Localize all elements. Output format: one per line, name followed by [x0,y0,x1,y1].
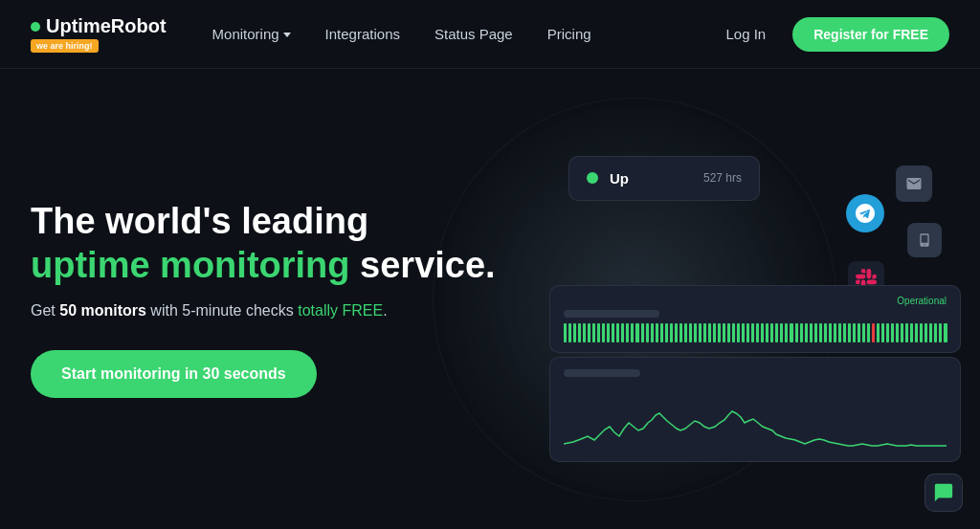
ops-bar-segment [881,323,884,342]
ops-bar-segment [631,323,634,342]
ops-bar-segment [616,323,619,342]
ops-bar-segment [814,323,817,342]
phone-icon [907,223,942,257]
ops-bar-segment [684,323,687,342]
ops-bar-segment [665,323,668,342]
ops-title-bar [564,310,659,318]
ops-bar-segment [578,323,581,342]
ops-bar-segment [588,323,590,342]
ops-bar-segment [573,323,576,342]
ops-bar-segment [597,323,600,342]
ops-bar-segment [742,323,745,342]
ops-bar-segment [939,323,942,342]
ops-bar-segment [924,323,927,342]
ops-bar-segment [761,323,764,342]
register-button[interactable]: Register for FREE [792,17,949,52]
hero-section: The world's leading uptime monitoring se… [0,69,980,529]
ops-bar-segment [689,323,692,342]
ops-bar-segment [944,323,947,342]
logo-text: UptimeRobot [46,15,167,37]
ops-bar-segment [746,323,749,342]
ops-bar-segment [780,323,783,342]
ops-bar-segment [592,323,595,342]
hero-title: The world's leading uptime monitoring se… [31,200,528,287]
ops-bar-segment [607,323,610,342]
logo[interactable]: UptimeRobot [31,15,167,37]
ops-bar-segment [867,323,870,342]
ops-bar-segment [896,323,899,342]
ops-bar-segment [679,323,682,342]
operational-label: Operational [564,296,947,306]
nav-integrations[interactable]: Integrations [325,26,400,42]
navbar: UptimeRobot we are hiring! Monitoring In… [0,0,980,69]
ops-bar-segment [891,323,894,342]
ops-bar-segment [651,323,654,342]
chart-card [549,357,961,462]
nav-right: Log In Register for FREE [725,17,949,52]
ops-bar-segment [621,323,624,342]
nav-pricing[interactable]: Pricing [547,26,591,42]
nav-monitoring[interactable]: Monitoring [212,26,291,42]
ops-bar-segment [805,323,808,342]
ops-bars [564,323,947,342]
ops-bar-segment [602,323,605,342]
ops-bar-segment [838,323,841,342]
ops-bar-segment [699,323,702,342]
hero-visual: Up 527 hrs Operational [549,137,961,462]
ops-bar-segment [920,323,923,342]
ops-bar-segment [646,323,649,342]
ops-bar-segment [751,323,754,342]
status-dot-icon [587,172,598,184]
ops-bar-segment [915,323,918,342]
ops-bar-segment [703,323,706,342]
response-chart [564,386,947,455]
hero-content: The world's leading uptime monitoring se… [31,200,528,398]
ops-bar-segment [718,323,721,342]
status-hours: 527 hrs [703,171,742,185]
ops-bar-segment [929,323,932,342]
ops-bar-segment [810,323,813,342]
nav-status-page[interactable]: Status Page [434,26,513,42]
ops-bar-segment [824,323,827,342]
ops-bar-segment [737,323,740,342]
ops-bar-segment [635,323,638,342]
ops-bar-segment [829,323,832,342]
ops-bar-segment [732,323,735,342]
ops-bar-segment [727,323,730,342]
logo-badge: we are hiring! [31,39,99,53]
logo-area: UptimeRobot we are hiring! [31,15,167,53]
ops-bar-segment [568,323,571,342]
ops-bar-segment [877,323,880,342]
ops-bar-segment [583,323,586,342]
nav-links: Monitoring Integrations Status Page Pric… [212,26,726,42]
ops-bar-segment [853,323,856,342]
ops-bar-segment [713,323,716,342]
ops-bar-segment [612,323,614,342]
ops-bar-segment [675,323,678,342]
cta-button[interactable]: Start monitoring in 30 seconds [31,350,317,398]
ops-bar-segment [756,323,759,342]
ops-bar-segment [785,323,788,342]
ops-bar-segment [564,323,567,342]
ops-bar-segment [910,323,913,342]
ops-bar-segment [834,323,836,342]
ops-bar-segment [708,323,711,342]
chart-title-bar [564,369,640,377]
hero-subtitle: Get 50 monitors with 5-minute checks tot… [31,302,528,320]
ops-bar-segment [641,323,644,342]
status-up-label: Up [610,170,629,187]
ops-bar-segment [862,323,865,342]
status-card: Up 527 hrs [568,156,760,201]
ops-bar-segment [819,323,822,342]
ops-bar-segment [660,323,663,342]
ops-bar-segment [886,323,889,342]
logo-dot [31,22,40,32]
ops-bar-segment [766,323,768,342]
ops-bar-segment [934,323,937,342]
chat-icon[interactable] [924,474,963,512]
email-icon [896,165,932,202]
ops-bar-segment [790,323,792,342]
ops-bar-segment [901,323,903,342]
ops-bar-segment [656,323,658,342]
login-link[interactable]: Log In [725,26,766,42]
